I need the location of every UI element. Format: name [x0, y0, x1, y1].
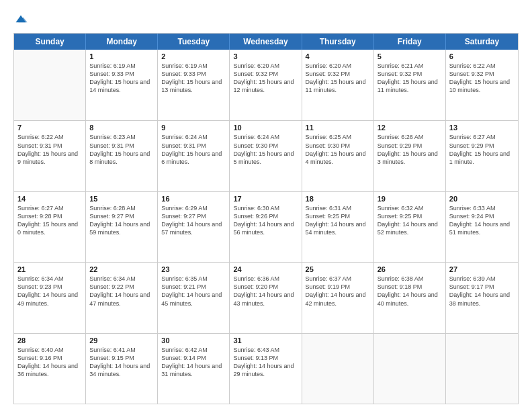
calendar-cell: 6Sunrise: 6:22 AMSunset: 9:32 PMDaylight…: [446, 50, 518, 120]
day-info: Sunrise: 6:30 AMSunset: 9:26 PMDaylight:…: [233, 204, 298, 237]
calendar-cell: 25Sunrise: 6:37 AMSunset: 9:19 PMDayligh…: [302, 263, 374, 332]
day-number: 22: [89, 265, 154, 273]
calendar-cell: 16Sunrise: 6:29 AMSunset: 9:27 PMDayligh…: [158, 192, 230, 262]
day-number: 13: [449, 124, 515, 132]
day-number: 28: [17, 336, 82, 345]
calendar-cell: 24Sunrise: 6:36 AMSunset: 9:20 PMDayligh…: [230, 263, 302, 332]
calendar-day-header-thursday: Thursday: [302, 34, 374, 50]
calendar-cell: 21Sunrise: 6:34 AMSunset: 9:23 PMDayligh…: [14, 263, 86, 332]
day-info: Sunrise: 6:20 AMSunset: 9:32 PMDaylight:…: [306, 62, 370, 95]
day-number: 1: [89, 52, 154, 60]
day-number: 8: [89, 124, 154, 132]
day-number: 11: [306, 124, 370, 132]
calendar-cell: 13Sunrise: 6:27 AMSunset: 9:29 PMDayligh…: [446, 121, 518, 191]
calendar-cell: 15Sunrise: 6:28 AMSunset: 9:27 PMDayligh…: [86, 192, 158, 262]
calendar-cell: 9Sunrise: 6:24 AMSunset: 9:31 PMDaylight…: [158, 121, 230, 191]
day-number: 6: [449, 52, 515, 60]
day-number: 26: [378, 265, 442, 273]
calendar-cell: 28Sunrise: 6:40 AMSunset: 9:16 PMDayligh…: [14, 334, 86, 404]
calendar-cell: 14Sunrise: 6:27 AMSunset: 9:28 PMDayligh…: [14, 192, 86, 262]
calendar-cell: [446, 334, 518, 404]
day-number: 12: [378, 124, 442, 132]
day-number: 24: [233, 265, 298, 273]
day-info: Sunrise: 6:28 AMSunset: 9:27 PMDaylight:…: [89, 204, 154, 237]
calendar-day-header-monday: Monday: [86, 34, 158, 50]
logo: [13, 11, 31, 26]
day-number: 10: [233, 124, 298, 132]
day-info: Sunrise: 6:23 AMSunset: 9:31 PMDaylight:…: [89, 133, 154, 166]
calendar-cell: 26Sunrise: 6:38 AMSunset: 9:18 PMDayligh…: [374, 263, 446, 332]
day-number: 16: [161, 195, 226, 203]
day-info: Sunrise: 6:41 AMSunset: 9:15 PMDaylight:…: [89, 346, 154, 379]
day-number: 17: [233, 195, 298, 203]
calendar: SundayMondayTuesdayWednesdayThursdayFrid…: [13, 33, 519, 404]
day-info: Sunrise: 6:32 AMSunset: 9:25 PMDaylight:…: [378, 204, 442, 237]
header: [13, 11, 519, 26]
calendar-cell: 30Sunrise: 6:42 AMSunset: 9:14 PMDayligh…: [158, 334, 230, 404]
calendar-cell: 18Sunrise: 6:31 AMSunset: 9:25 PMDayligh…: [302, 192, 374, 262]
day-number: 5: [378, 52, 442, 60]
calendar-row-week-3: 14Sunrise: 6:27 AMSunset: 9:28 PMDayligh…: [14, 191, 518, 262]
day-info: Sunrise: 6:43 AMSunset: 9:13 PMDaylight:…: [233, 346, 298, 379]
day-info: Sunrise: 6:34 AMSunset: 9:23 PMDaylight:…: [17, 275, 82, 308]
calendar-cell: 5Sunrise: 6:21 AMSunset: 9:32 PMDaylight…: [374, 50, 446, 120]
calendar-day-header-wednesday: Wednesday: [230, 34, 302, 50]
calendar-cell: 10Sunrise: 6:24 AMSunset: 9:30 PMDayligh…: [230, 121, 302, 191]
day-info: Sunrise: 6:19 AMSunset: 9:33 PMDaylight:…: [161, 62, 226, 95]
day-info: Sunrise: 6:19 AMSunset: 9:33 PMDaylight:…: [89, 62, 154, 95]
calendar-cell: 20Sunrise: 6:33 AMSunset: 9:24 PMDayligh…: [446, 192, 518, 262]
calendar-row-week-4: 21Sunrise: 6:34 AMSunset: 9:23 PMDayligh…: [14, 262, 518, 332]
calendar-row-week-2: 7Sunrise: 6:22 AMSunset: 9:31 PMDaylight…: [14, 120, 518, 191]
calendar-cell: [302, 334, 374, 404]
calendar-cell: 11Sunrise: 6:25 AMSunset: 9:30 PMDayligh…: [302, 121, 374, 191]
day-info: Sunrise: 6:24 AMSunset: 9:31 PMDaylight:…: [161, 133, 226, 166]
calendar-header: SundayMondayTuesdayWednesdayThursdayFrid…: [14, 34, 518, 50]
day-info: Sunrise: 6:22 AMSunset: 9:31 PMDaylight:…: [17, 133, 82, 166]
calendar-cell: 27Sunrise: 6:39 AMSunset: 9:17 PMDayligh…: [446, 263, 518, 332]
calendar-cell: 7Sunrise: 6:22 AMSunset: 9:31 PMDaylight…: [14, 121, 86, 191]
calendar-cell: 4Sunrise: 6:20 AMSunset: 9:32 PMDaylight…: [302, 50, 374, 120]
calendar-day-header-saturday: Saturday: [446, 34, 518, 50]
calendar-cell: 12Sunrise: 6:26 AMSunset: 9:29 PMDayligh…: [374, 121, 446, 191]
day-info: Sunrise: 6:26 AMSunset: 9:29 PMDaylight:…: [378, 133, 442, 166]
day-info: Sunrise: 6:35 AMSunset: 9:21 PMDaylight:…: [161, 275, 226, 308]
calendar-cell: 1Sunrise: 6:19 AMSunset: 9:33 PMDaylight…: [86, 50, 158, 120]
day-number: 25: [306, 265, 370, 273]
day-number: 3: [233, 52, 298, 60]
calendar-cell: 2Sunrise: 6:19 AMSunset: 9:33 PMDaylight…: [158, 50, 230, 120]
day-info: Sunrise: 6:36 AMSunset: 9:20 PMDaylight:…: [233, 275, 298, 308]
calendar-cell: 23Sunrise: 6:35 AMSunset: 9:21 PMDayligh…: [158, 263, 230, 332]
day-number: 18: [306, 195, 370, 203]
day-info: Sunrise: 6:27 AMSunset: 9:29 PMDaylight:…: [449, 133, 515, 166]
day-info: Sunrise: 6:39 AMSunset: 9:17 PMDaylight:…: [449, 275, 515, 308]
calendar-cell: 29Sunrise: 6:41 AMSunset: 9:15 PMDayligh…: [86, 334, 158, 404]
calendar-day-header-friday: Friday: [374, 34, 446, 50]
day-info: Sunrise: 6:25 AMSunset: 9:30 PMDaylight:…: [306, 133, 370, 166]
generalblue-logo-icon: [13, 11, 28, 26]
day-number: 15: [89, 195, 154, 203]
day-info: Sunrise: 6:21 AMSunset: 9:32 PMDaylight:…: [378, 62, 442, 95]
day-info: Sunrise: 6:20 AMSunset: 9:32 PMDaylight:…: [233, 62, 298, 95]
day-number: 29: [89, 336, 154, 345]
day-number: 30: [161, 336, 226, 345]
day-number: 2: [161, 52, 226, 60]
calendar-cell: 22Sunrise: 6:34 AMSunset: 9:22 PMDayligh…: [86, 263, 158, 332]
day-info: Sunrise: 6:27 AMSunset: 9:28 PMDaylight:…: [17, 204, 82, 237]
day-info: Sunrise: 6:33 AMSunset: 9:24 PMDaylight:…: [449, 204, 515, 237]
page: SundayMondayTuesdayWednesdayThursdayFrid…: [0, 0, 532, 411]
calendar-cell: 19Sunrise: 6:32 AMSunset: 9:25 PMDayligh…: [374, 192, 446, 262]
calendar-day-header-sunday: Sunday: [14, 34, 86, 50]
calendar-day-header-tuesday: Tuesday: [158, 34, 230, 50]
day-number: 19: [378, 195, 442, 203]
calendar-cell: 3Sunrise: 6:20 AMSunset: 9:32 PMDaylight…: [230, 50, 302, 120]
day-info: Sunrise: 6:34 AMSunset: 9:22 PMDaylight:…: [89, 275, 154, 308]
day-info: Sunrise: 6:38 AMSunset: 9:18 PMDaylight:…: [378, 275, 442, 308]
day-number: 4: [306, 52, 370, 60]
day-number: 14: [17, 195, 82, 203]
day-info: Sunrise: 6:31 AMSunset: 9:25 PMDaylight:…: [306, 204, 370, 237]
day-number: 31: [233, 336, 298, 345]
day-info: Sunrise: 6:24 AMSunset: 9:30 PMDaylight:…: [233, 133, 298, 166]
calendar-row-week-5: 28Sunrise: 6:40 AMSunset: 9:16 PMDayligh…: [14, 333, 518, 404]
day-number: 7: [17, 124, 82, 132]
calendar-cell: 31Sunrise: 6:43 AMSunset: 9:13 PMDayligh…: [230, 334, 302, 404]
